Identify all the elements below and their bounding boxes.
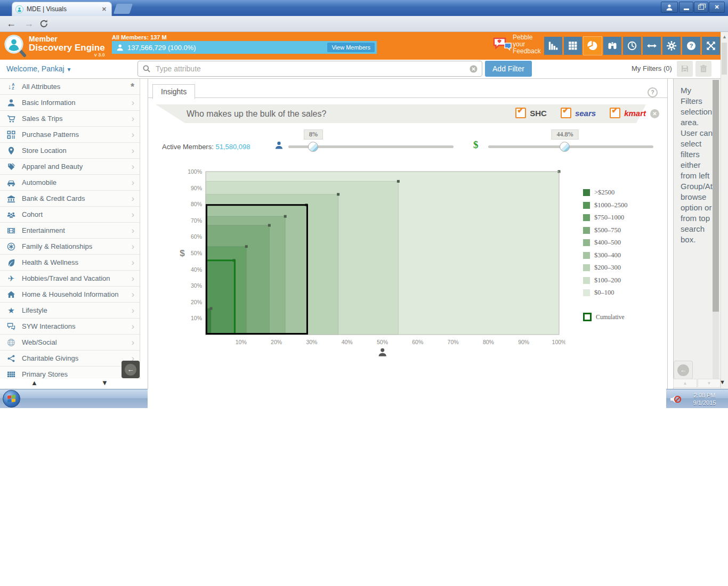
start-button[interactable] (3, 390, 20, 408)
sidebar-item-primary-stores[interactable]: Primary Stores› (0, 367, 140, 379)
arrows-horizontal-button[interactable] (643, 37, 661, 55)
refresh-icon[interactable] (39, 19, 48, 28)
new-tab-button[interactable] (114, 4, 133, 14)
attribute-search[interactable] (137, 61, 482, 77)
forward-icon[interactable]: → (24, 19, 34, 28)
profile-button[interactable] (661, 2, 678, 13)
chart-svg[interactable]: 10%10%20%20%30%30%40%40%50%50%60%60%70%7… (174, 166, 565, 359)
panel-scroll-up-button[interactable]: ▲ (673, 379, 697, 388)
member-slider-handle[interactable] (308, 142, 318, 152)
sidebar-item-automobile[interactable]: Automobile› (0, 175, 140, 191)
restore-button[interactable] (694, 2, 708, 13)
minimize-button[interactable] (679, 2, 693, 13)
dismiss-question-icon[interactable]: ✕ (650, 109, 659, 118)
scroll-up-icon[interactable]: ▲ (721, 34, 728, 39)
sidebar-item-family-relationships[interactable]: Family & Relationships› (0, 239, 140, 255)
sidebar-item-sales-trips[interactable]: Sales & Trips› (0, 111, 140, 127)
sidebar-scroll-up-icon[interactable]: ▲ (31, 379, 38, 387)
tab-insights[interactable]: Insights (152, 84, 195, 99)
gear-button[interactable] (662, 37, 681, 55)
scroll-down-icon[interactable]: ▼ (719, 379, 725, 385)
sales-slider-track[interactable] (488, 145, 653, 148)
welcome-dropdown[interactable]: Welcome, Pankaj ▼ (6, 64, 71, 73)
pie-chart-button[interactable] (584, 37, 602, 55)
sidebar-item-web-social[interactable]: Web/Social› (0, 335, 140, 351)
back-icon[interactable]: ← (6, 19, 16, 28)
sidebar-item-store-location[interactable]: Store Location› (0, 143, 140, 159)
legend-item[interactable]: $300–400 (583, 249, 628, 262)
funnel-chart-button[interactable] (544, 37, 562, 55)
svg-text:20%: 20% (191, 299, 202, 305)
scrollbar-thumb[interactable] (722, 43, 727, 75)
legend-item[interactable]: >$2500 (583, 186, 628, 199)
binoculars-button[interactable] (603, 37, 621, 55)
speaker-muted-icon[interactable] (669, 394, 681, 404)
clock-button[interactable] (623, 37, 641, 55)
chevron-right-icon: › (132, 211, 134, 218)
help-button[interactable]: ? (682, 37, 700, 55)
sidebar-item-lifestyle[interactable]: ★Lifestyle› (0, 303, 140, 319)
delete-filter-button[interactable] (695, 61, 711, 77)
clear-icon[interactable] (470, 65, 478, 73)
tab-close-icon[interactable]: ✕ (100, 6, 108, 13)
brand-checkbox-kmart[interactable]: ✔kmart (610, 108, 646, 118)
sidebar-scroll-down-icon[interactable]: ▼ (101, 379, 108, 387)
sidebar-item-syw-interactions[interactable]: SYW Interactions› (0, 319, 140, 335)
tray-clock[interactable]: 2:08 PM 9/1/2015 (685, 392, 724, 406)
sidebar-item-charitable-givings[interactable]: Charitable Givings› (0, 351, 140, 367)
save-filter-button[interactable] (677, 61, 693, 77)
browser-scrollbar[interactable]: ▲ (721, 32, 728, 389)
legend-item[interactable]: $750–1000 (583, 211, 628, 224)
help-icon[interactable]: ? (648, 87, 658, 97)
legend-label: $300–400 (594, 251, 621, 259)
sidebar-item-cohort[interactable]: Cohort› (0, 207, 140, 223)
add-filter-button[interactable]: Add Filter (485, 61, 532, 77)
legend-label: $400–500 (594, 239, 621, 247)
legend-item[interactable]: $100–200 (583, 274, 628, 287)
right-panel-collapse-button[interactable]: ← (674, 361, 693, 379)
sidebar-item-all-attributes[interactable]: ↓AZAll Attributes* (0, 79, 140, 95)
legend-item[interactable]: $500–750 (583, 224, 628, 237)
grid-button[interactable] (564, 37, 582, 55)
legend-item[interactable]: $0–100 (583, 287, 628, 299)
view-members-button[interactable]: View Members (327, 43, 375, 52)
search-icon (142, 64, 151, 73)
svg-text:10%: 10% (191, 315, 202, 321)
sidebar-item-purchase-patterns[interactable]: Purchase Patterns› (0, 127, 140, 143)
panel-scroll-down-button[interactable]: ▼ (698, 379, 721, 388)
checkbox-icon[interactable]: ✔ (610, 108, 620, 118)
sidebar-item-apparel-and-beauty[interactable]: Apparel and Beauty› (0, 159, 140, 175)
svg-text:60%: 60% (412, 339, 423, 345)
close-button[interactable]: ✕ (709, 2, 725, 13)
panel-scrollbar[interactable] (713, 80, 719, 387)
legend-item[interactable]: $1000–2500 (583, 199, 628, 212)
brand-checkbox-shc[interactable]: ✔SHC (515, 108, 547, 118)
sales-slider-handle[interactable] (560, 142, 570, 152)
sidebar-item-bank-credit-cards[interactable]: Bank & Credit Cards› (0, 191, 140, 207)
sidebar-collapse-button[interactable]: ← (122, 361, 140, 378)
legend-item[interactable]: $400–500 (583, 237, 628, 249)
brand-checkbox-sears[interactable]: ✔sears (561, 108, 596, 118)
browser-tab[interactable]: MDE | Visuals ✕ (12, 2, 112, 16)
legend-swatch (583, 189, 590, 196)
expand-button[interactable] (702, 37, 720, 55)
bank-icon (5, 194, 17, 203)
sidebar-item-health-wellness[interactable]: Health & Wellness› (0, 255, 140, 271)
sidebar-item-label: SYW Interactions (22, 322, 75, 330)
cumulative-sales-chart[interactable]: 10%10%20%20%30%30%40%40%50%50%60%60%70%7… (174, 166, 565, 359)
sidebar-item-entertainment[interactable]: Entertainment› (0, 223, 140, 239)
search-input[interactable] (155, 64, 470, 74)
legend-swatch (583, 252, 590, 259)
sidebar-item-hobbies-travel-and-vacation[interactable]: ✈Hobbies/Travel and Vacation› (0, 271, 140, 287)
sidebar-item-basic-information[interactable]: Basic Information› (0, 95, 140, 111)
checkbox-icon[interactable]: ✔ (561, 108, 571, 118)
sidebar-item-home-household-information[interactable]: Home & Household Information› (0, 287, 140, 303)
restore-icon (698, 5, 704, 10)
legend-item[interactable]: $200–300 (583, 262, 628, 274)
legend-item-cumulative[interactable]: Cumulative (583, 311, 628, 324)
panel-scrollbar-thumb[interactable] (713, 80, 719, 312)
feedback-bubbles-icon[interactable] (492, 36, 513, 55)
star-icon: ★ (5, 306, 17, 315)
feedback-label[interactable]: PebbleyourFeedback (513, 34, 541, 55)
checkbox-icon[interactable]: ✔ (515, 108, 526, 118)
